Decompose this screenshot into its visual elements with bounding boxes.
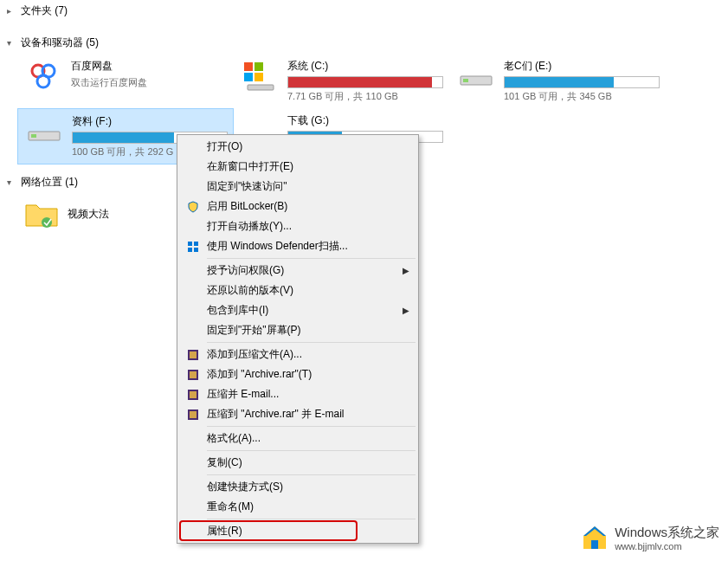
winrar-icon xyxy=(184,368,202,382)
drive-name: 系统 (C:) xyxy=(287,59,445,74)
drive-system-c[interactable]: 系统 (C:) 7.71 GB 可用，共 110 GB xyxy=(234,54,450,108)
menu-pin-start[interactable]: 固定到"开始"屏幕(P) xyxy=(179,320,416,340)
menu-create-shortcut[interactable]: 创建快捷方式(S) xyxy=(179,477,416,497)
svg-rect-18 xyxy=(190,351,196,358)
windows-drive-icon xyxy=(239,59,280,94)
section-folders-label: 文件夹 (7) xyxy=(21,3,68,18)
drive-status: 7.71 GB 可用，共 110 GB xyxy=(287,90,445,103)
menu-separator xyxy=(207,450,416,451)
drive-subtitle: 双击运行百度网盘 xyxy=(71,76,229,89)
menu-separator xyxy=(207,474,416,475)
svg-rect-4 xyxy=(254,62,263,71)
folder-network-icon xyxy=(23,198,61,229)
menu-pin-quick-access[interactable]: 固定到"快速访问" xyxy=(179,177,416,197)
svg-rect-16 xyxy=(194,248,198,252)
hdd-icon xyxy=(23,114,65,149)
svg-rect-22 xyxy=(190,391,196,398)
usage-bar xyxy=(504,76,660,88)
section-devices[interactable]: ▾ 设备和驱动器 (5) xyxy=(0,32,728,54)
watermark-title: Windows系统之家 xyxy=(615,525,719,541)
menu-add-archive[interactable]: 添加到压缩文件(A)... xyxy=(179,345,416,364)
menu-compress-email[interactable]: 压缩并 E-mail... xyxy=(179,384,416,404)
chevron-right-icon: ▶ xyxy=(403,306,409,315)
menu-properties[interactable]: 属性(R) xyxy=(179,521,416,541)
menu-separator xyxy=(207,426,416,427)
svg-rect-6 xyxy=(254,73,263,81)
drive-name: 百度网盘 xyxy=(71,59,229,74)
drive-name: 下载 (G:) xyxy=(287,113,445,128)
svg-rect-24 xyxy=(190,411,196,418)
menu-format[interactable]: 格式化(A)... xyxy=(179,429,416,448)
menu-grant-access[interactable]: 授予访问权限(G)▶ xyxy=(179,261,416,280)
defender-icon xyxy=(184,240,202,254)
menu-autoplay[interactable]: 打开自动播放(Y)... xyxy=(179,216,416,236)
svg-rect-3 xyxy=(244,62,253,71)
svg-rect-5 xyxy=(244,73,253,81)
hdd-icon xyxy=(455,59,497,94)
svg-rect-14 xyxy=(194,242,198,246)
watermark: Windows系统之家 www.bjjmlv.com xyxy=(580,523,719,552)
svg-rect-20 xyxy=(190,371,196,378)
svg-rect-9 xyxy=(463,79,468,82)
menu-rename[interactable]: 重命名(M) xyxy=(179,497,416,517)
drive-name: 老C们 (E:) xyxy=(504,59,661,74)
drive-name: 资料 (F:) xyxy=(72,114,228,129)
section-folders[interactable]: ▸ 文件夹 (7) xyxy=(0,0,728,22)
svg-rect-25 xyxy=(591,540,598,549)
drive-old-c-e[interactable]: 老C们 (E:) 101 GB 可用，共 345 GB xyxy=(450,54,667,108)
menu-open[interactable]: 打开(O) xyxy=(179,137,416,157)
watermark-url: www.bjjmlv.com xyxy=(615,541,719,551)
svg-rect-11 xyxy=(31,134,36,138)
winrar-icon xyxy=(184,388,202,402)
network-item-label: 视频大法 xyxy=(68,207,109,222)
menu-separator xyxy=(207,342,416,343)
svg-point-12 xyxy=(42,217,52,228)
usage-bar xyxy=(287,76,443,88)
menu-restore-versions[interactable]: 还原以前的版本(V) xyxy=(179,280,416,300)
drive-baidu[interactable]: 百度网盘 双击运行百度网盘 xyxy=(17,54,234,108)
chevron-down-icon: ▾ xyxy=(7,177,17,187)
baidu-icon xyxy=(23,59,64,94)
svg-point-2 xyxy=(37,75,49,87)
menu-add-to-rar[interactable]: 添加到 "Archive.rar"(T) xyxy=(179,364,416,384)
svg-rect-7 xyxy=(248,85,274,90)
menu-open-new-window[interactable]: 在新窗口中打开(E) xyxy=(179,157,416,177)
house-icon xyxy=(580,523,609,552)
chevron-down-icon: ▾ xyxy=(7,38,17,48)
winrar-icon xyxy=(184,408,202,422)
section-network-label: 网络位置 (1) xyxy=(21,175,78,190)
menu-include-library[interactable]: 包含到库中(I)▶ xyxy=(179,300,416,320)
menu-defender[interactable]: 使用 Windows Defender扫描... xyxy=(179,236,416,256)
chevron-right-icon: ▶ xyxy=(403,266,409,275)
menu-bitlocker[interactable]: 启用 BitLocker(B) xyxy=(179,197,416,216)
menu-separator xyxy=(207,519,416,519)
context-menu: 打开(O) 在新窗口中打开(E) 固定到"快速访问" 启用 BitLocker(… xyxy=(177,134,419,544)
menu-separator xyxy=(207,258,416,259)
menu-copy[interactable]: 复制(C) xyxy=(179,453,416,473)
svg-rect-15 xyxy=(188,248,192,252)
shield-icon xyxy=(184,200,202,214)
drive-status: 101 GB 可用，共 345 GB xyxy=(504,90,661,103)
section-devices-label: 设备和驱动器 (5) xyxy=(21,35,99,50)
chevron-right-icon: ▸ xyxy=(7,6,17,16)
winrar-icon xyxy=(184,348,202,362)
svg-rect-13 xyxy=(188,242,192,246)
menu-compress-rar-email[interactable]: 压缩到 "Archive.rar" 并 E-mail xyxy=(179,404,416,424)
